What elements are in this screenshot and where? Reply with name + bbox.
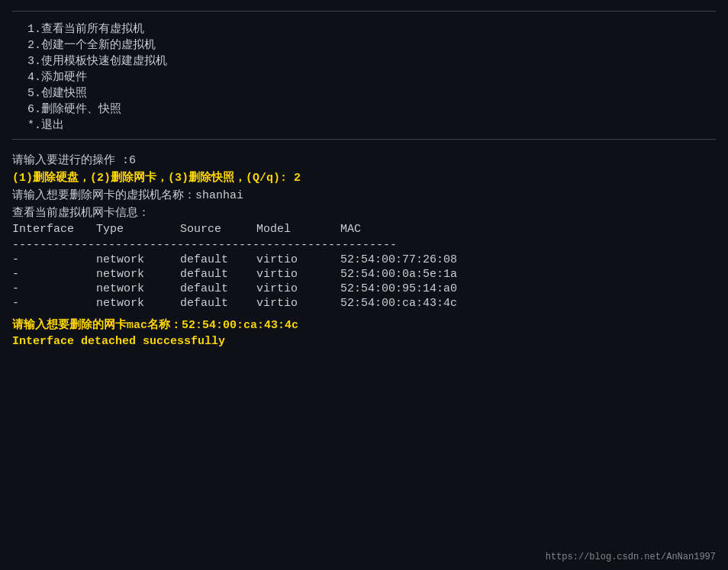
table-divider: ----------------------------------------… (12, 239, 716, 252)
row1-mac: 52:54:00:77:26:08 (340, 253, 493, 266)
row3-mac: 52:54:00:95:14:a0 (340, 282, 493, 295)
col-header-mac: MAC (340, 223, 493, 236)
row4-mac: 52:54:00:ca:43:4c (340, 297, 493, 310)
row2-type: network (96, 268, 180, 281)
table-header-row: Interface Type Source Model MAC (12, 223, 716, 236)
menu-item-2: 2.创建一个全新的虚拟机 (12, 37, 716, 53)
row1-model: virtio (256, 253, 340, 266)
terminal-window: 1.查看当前所有虚拟机 2.创建一个全新的虚拟机 3.使用模板快速创建虚拟机 4… (0, 0, 728, 570)
row2-interface: - (12, 268, 96, 281)
col-header-type: Type (96, 223, 180, 236)
prompt-vm-name: 请输入想要删除网卡的虚拟机名称：shanhai (12, 188, 716, 202)
col-header-source: Source (180, 223, 256, 236)
success-message: Interface detached successfully (12, 335, 716, 348)
row3-interface: - (12, 282, 96, 295)
row2-source: default (180, 268, 256, 281)
mid-divider (12, 139, 716, 140)
col-header-model: Model (256, 223, 340, 236)
prompt-mac-input: 请输入想要删除的网卡mac名称：52:54:00:ca:43:4c (12, 317, 716, 332)
watermark: https://blog.csdn.net/AnNan1997 (546, 552, 716, 562)
menu-item-5: 5.创建快照 (12, 85, 716, 101)
row4-source: default (180, 297, 256, 310)
row1-source: default (180, 253, 256, 266)
prompt-choice: (1)删除硬盘，(2)删除网卡，(3)删除快照，(Q/q): 2 (12, 170, 716, 185)
menu-item-4: 4.添加硬件 (12, 69, 716, 85)
top-divider (12, 11, 716, 11)
row3-type: network (96, 282, 180, 295)
output-section: 请输入要进行的操作 :6 (1)删除硬盘，(2)删除网卡，(3)删除快照，(Q/… (12, 143, 716, 354)
menu-item-exit: *.退出 (12, 117, 716, 133)
menu-section: 1.查看当前所有虚拟机 2.创建一个全新的虚拟机 3.使用模板快速创建虚拟机 4… (12, 14, 716, 136)
table-row: - network default virtio 52:54:00:77:26:… (12, 253, 716, 266)
col-header-interface: Interface (12, 223, 96, 236)
table-row: - network default virtio 52:54:00:95:14:… (12, 282, 716, 295)
row3-model: virtio (256, 282, 340, 295)
menu-item-3: 3.使用模板快速创建虚拟机 (12, 53, 716, 69)
row4-interface: - (12, 297, 96, 310)
row1-type: network (96, 253, 180, 266)
row4-model: virtio (256, 297, 340, 310)
row4-type: network (96, 297, 180, 310)
table-row: - network default virtio 52:54:00:ca:43:… (12, 297, 716, 310)
row1-interface: - (12, 253, 96, 266)
table-row: - network default virtio 52:54:00:0a:5e:… (12, 268, 716, 281)
row2-mac: 52:54:00:0a:5e:1a (340, 268, 493, 281)
menu-item-1: 1.查看当前所有虚拟机 (12, 21, 716, 37)
menu-item-6: 6.删除硬件、快照 (12, 101, 716, 117)
prompt-nic-info: 查看当前虚拟机网卡信息： (12, 205, 716, 220)
prompt-operation: 请输入要进行的操作 :6 (12, 153, 716, 167)
row3-source: default (180, 282, 256, 295)
row2-model: virtio (256, 268, 340, 281)
